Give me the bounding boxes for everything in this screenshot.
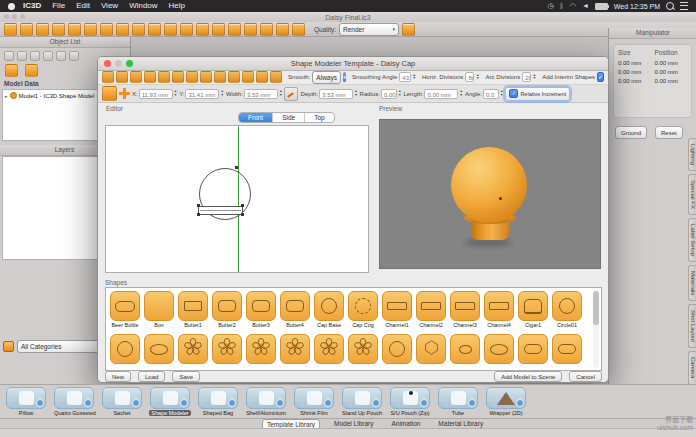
path-handle[interactable] xyxy=(241,204,244,207)
stepper-down-icon[interactable]: ▼ xyxy=(459,94,462,98)
menu-help[interactable]: Help xyxy=(169,0,185,12)
zoom-icon[interactable] xyxy=(68,23,81,36)
shape-butter3[interactable]: Butter3 xyxy=(246,291,276,328)
delete-node-icon[interactable] xyxy=(144,71,156,83)
shape-butter2[interactable]: Butter2 xyxy=(212,291,242,328)
template-shrink-film[interactable]: Shrink Film xyxy=(292,387,336,416)
rect-tool-icon[interactable] xyxy=(200,71,212,83)
template-shelf-aluminium[interactable]: Shelf/Aluminium xyxy=(244,387,288,416)
dialog-close-icon[interactable] xyxy=(104,60,111,67)
expand-all-icon[interactable] xyxy=(56,51,66,61)
shape-channel1[interactable]: Channel1 xyxy=(382,291,412,328)
load-button[interactable]: Load xyxy=(138,371,165,382)
battery-icon[interactable] xyxy=(595,3,608,10)
profile-rect-path[interactable] xyxy=(198,206,243,215)
shape-cigar1[interactable]: Cigar1 xyxy=(518,291,548,328)
pen-tool-icon[interactable] xyxy=(284,87,298,101)
align-icon[interactable] xyxy=(212,23,225,36)
spotlight-icon[interactable] xyxy=(666,2,674,10)
shape-circle01[interactable]: Circle01 xyxy=(552,291,582,328)
shape-thumbnail[interactable] xyxy=(552,291,582,321)
boolean-icon[interactable] xyxy=(196,23,209,36)
shape-item[interactable] xyxy=(552,334,582,364)
rotate-icon[interactable] xyxy=(132,23,145,36)
shape-thumbnail[interactable] xyxy=(110,334,140,364)
shape-thumbnail[interactable] xyxy=(280,291,310,321)
shapes-scrollbar[interactable] xyxy=(593,290,599,368)
path-handle[interactable] xyxy=(235,166,238,169)
add-model-to-scene-button[interactable]: Add Model to Scene xyxy=(494,371,562,382)
field-input-angle[interactable]: 0.0 xyxy=(483,89,499,99)
shape-thumbnail[interactable] xyxy=(382,334,412,364)
reset-button[interactable]: Reset xyxy=(655,126,683,139)
notification-center-icon[interactable] xyxy=(680,2,688,10)
path-handle[interactable] xyxy=(241,213,244,216)
apple-icon[interactable] xyxy=(8,3,15,10)
template-thumbnail[interactable] xyxy=(102,387,142,409)
shape-beer-bottle[interactable]: Beer Bottle xyxy=(110,291,140,328)
cancel-button[interactable]: Cancel xyxy=(569,371,602,382)
path-handle[interactable] xyxy=(197,213,200,216)
stepper-down-icon[interactable]: ▼ xyxy=(220,94,223,98)
line-tool-icon[interactable] xyxy=(214,71,226,83)
view-tab-top[interactable]: Top xyxy=(304,113,333,122)
arc-divisions-stepper[interactable]: ▲▼ xyxy=(533,74,536,81)
shape-item[interactable] xyxy=(518,334,548,364)
move-icon[interactable] xyxy=(116,23,129,36)
shape-butter4[interactable]: Butter4 xyxy=(280,291,310,328)
shape-thumbnail[interactable] xyxy=(348,334,378,364)
render-settings-icon[interactable] xyxy=(402,23,415,36)
shape-thumbnail[interactable] xyxy=(246,291,276,321)
field-input-radius[interactable]: 0.00 xyxy=(381,89,397,99)
field-stepper-depth[interactable]: ▲▼ xyxy=(354,90,357,97)
flip-horizontal-icon[interactable] xyxy=(172,71,184,83)
camera-icon[interactable] xyxy=(25,64,38,77)
template-wrapper-2d[interactable]: Wrapper (2D) xyxy=(484,387,528,416)
template-thumbnail[interactable] xyxy=(390,387,430,409)
template-thumbnail[interactable] xyxy=(246,387,286,409)
shape-thumbnail[interactable] xyxy=(552,334,582,364)
shape-butter1[interactable]: Butter1 xyxy=(178,291,208,328)
orbit-icon[interactable] xyxy=(84,23,97,36)
shape-thumbnail[interactable] xyxy=(178,291,208,321)
shape-thumbnail[interactable] xyxy=(416,291,446,321)
smooth-select[interactable]: Always xyxy=(312,71,341,84)
shape-item[interactable] xyxy=(382,334,412,364)
dialog-titlebar[interactable]: Shape Modeler Template - Daisy Cap xyxy=(98,57,608,71)
template-thumbnail[interactable] xyxy=(294,387,334,409)
measure-icon[interactable] xyxy=(228,23,241,36)
field-input-length[interactable]: 0.00 mm xyxy=(424,89,458,99)
new-button[interactable]: New xyxy=(105,371,131,382)
add-object-icon[interactable] xyxy=(30,51,40,61)
snap-icon[interactable] xyxy=(270,71,282,83)
add-node-icon[interactable] xyxy=(130,71,142,83)
shapes-scrollbar-thumb[interactable] xyxy=(593,291,599,325)
shape-item[interactable] xyxy=(110,334,140,364)
shape-cap-base[interactable]: Cap Base xyxy=(314,291,344,328)
shape-thumbnail[interactable] xyxy=(212,291,242,321)
horiz-divisions-stepper[interactable]: ▲▼ xyxy=(476,74,479,81)
path-handle[interactable] xyxy=(197,204,200,207)
field-input-y[interactable]: 31.41 mm xyxy=(185,89,219,99)
shape-channel3[interactable]: Channel3 xyxy=(450,291,480,328)
quality-select[interactable]: Render▾ xyxy=(339,23,399,36)
clock-icon[interactable]: ◷ xyxy=(547,0,553,12)
template-thumbnail[interactable] xyxy=(486,387,526,409)
shape-channel4[interactable]: Channel4 xyxy=(484,291,514,328)
shape-thumbnail[interactable] xyxy=(212,334,242,364)
list-view-icon[interactable] xyxy=(4,51,14,61)
field-stepper-radius[interactable]: ▲▼ xyxy=(398,90,401,97)
node-select-icon[interactable] xyxy=(116,71,128,83)
shape-channel2[interactable]: Channel2 xyxy=(416,291,446,328)
smoothing-angle-stepper[interactable]: ▲▼ xyxy=(413,74,416,81)
stepper-down-icon[interactable]: ▼ xyxy=(279,94,282,98)
menu-view[interactable]: View xyxy=(101,0,118,12)
ground-button[interactable]: Ground xyxy=(615,126,647,139)
template-shape-modeler[interactable]: Shape Modeler xyxy=(148,387,192,416)
arc-divisions-input[interactable]: 20 xyxy=(522,72,531,82)
template-thumbnail[interactable] xyxy=(198,387,238,409)
shape-thumbnail[interactable] xyxy=(484,334,514,364)
mirror-icon[interactable] xyxy=(158,71,170,83)
horiz-divisions-input[interactable]: 80 xyxy=(465,72,474,82)
template-quatro-gusseted[interactable]: Quatro Gusseted xyxy=(52,387,96,416)
